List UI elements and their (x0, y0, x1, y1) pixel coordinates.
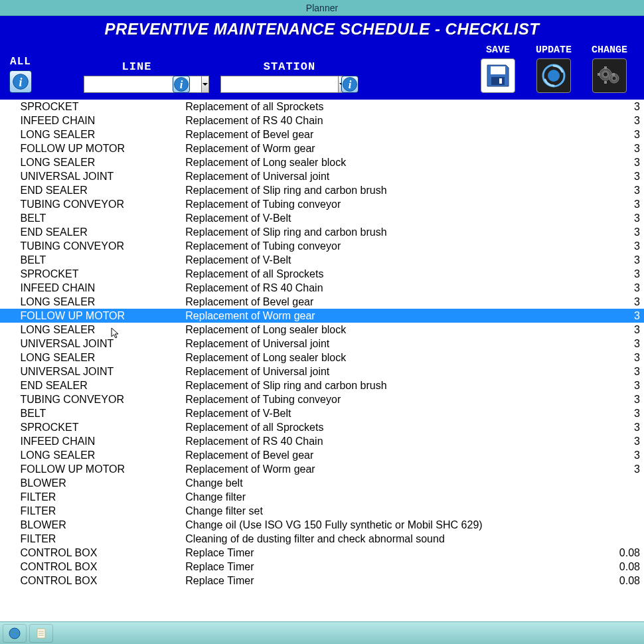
table-row[interactable]: BELTReplacement of V-Belt3 (0, 211, 644, 225)
update-button[interactable] (536, 58, 571, 93)
component-cell: SPROCKET (20, 100, 185, 114)
table-row[interactable]: CONTROL BOXReplace Timer0.08 (0, 546, 644, 560)
station-info-button[interactable]: i (341, 76, 359, 93)
table-row[interactable]: TUBING CONVEYORReplacement of Tubing con… (0, 197, 644, 211)
row-indent (0, 169, 20, 183)
task-cell: Replacement of V-Belt (185, 406, 610, 420)
table-row[interactable]: INFEED CHAINReplacement of RS 40 Chain3 (0, 114, 644, 127)
task-cell: Replacement of Slip ring and carbon brus… (185, 183, 610, 197)
toolbar: ALL i LINE i STATION (7, 41, 637, 93)
row-indent (0, 197, 20, 211)
component-cell: SPROCKET (20, 420, 185, 434)
table-row[interactable]: BLOWERChange belt (0, 476, 644, 490)
component-cell: LONG SEALER (20, 448, 185, 462)
value-cell: 3 (610, 100, 644, 114)
row-indent (0, 364, 20, 378)
row-indent (0, 490, 20, 504)
table-row[interactable]: FILTERChange filter set (0, 504, 644, 518)
component-cell: END SEALER (20, 183, 185, 197)
value-cell: 3 (610, 378, 644, 392)
component-cell: CONTROL BOX (20, 560, 185, 574)
table-row[interactable]: SPROCKETReplacement of all Sprockets3 (0, 100, 644, 114)
table-row[interactable]: LONG SEALERReplacement of Long sealer bl… (0, 323, 644, 337)
save-button[interactable] (481, 58, 515, 93)
all-info-button[interactable]: i (9, 70, 32, 93)
checklist-table[interactable]: SPROCKETReplacement of all Sprockets3INF… (0, 100, 644, 588)
task-cell: Replacement of V-Belt (185, 211, 610, 225)
value-cell: 3 (610, 392, 644, 406)
component-cell: INFEED CHAIN (20, 114, 185, 127)
table-row[interactable]: CONTROL BOXReplace Timer0.08 (0, 560, 644, 574)
table-row[interactable]: TUBING CONVEYORReplacement of Tubing con… (0, 392, 644, 406)
component-cell: UNIVERSAL JOINT (20, 169, 185, 183)
table-row[interactable]: END SEALERReplacement of Slip ring and c… (0, 183, 644, 197)
table-row[interactable]: CONTROL BOXReplace Timer0.08 (0, 574, 644, 588)
table-row[interactable]: BELTReplacement of V-Belt3 (0, 253, 644, 267)
component-cell: END SEALER (20, 225, 185, 239)
table-row[interactable]: FOLLOW UP MOTORReplacement of Worm gear3 (0, 462, 644, 476)
value-cell: 3 (610, 267, 644, 281)
row-indent (0, 295, 20, 309)
station-combobox[interactable] (220, 76, 339, 93)
table-row[interactable]: UNIVERSAL JOINTReplacement of Universal … (0, 337, 644, 351)
task-cell: Replacement of all Sprockets (185, 267, 610, 281)
table-row[interactable]: END SEALERReplacement of Slip ring and c… (0, 378, 644, 392)
component-cell: SPROCKET (20, 267, 185, 281)
component-cell: END SEALER (20, 378, 185, 392)
component-cell: TUBING CONVEYOR (20, 239, 185, 253)
row-indent (0, 434, 20, 448)
window-title: Planner (306, 3, 338, 13)
task-cell: Replacement of Universal joint (185, 364, 610, 378)
line-info-button[interactable]: i (173, 76, 190, 93)
component-cell: INFEED CHAIN (20, 434, 185, 448)
table-row[interactable]: FOLLOW UP MOTORReplacement of Worm gear3 (0, 141, 644, 155)
table-row[interactable]: LONG SEALERReplacement of Long sealer bl… (0, 351, 644, 364)
info-icon: i (12, 73, 29, 90)
component-cell: CONTROL BOX (20, 546, 185, 560)
table-row[interactable]: TUBING CONVEYORReplacement of Tubing con… (0, 239, 644, 253)
notepad-icon (35, 627, 48, 640)
table-row[interactable]: UNIVERSAL JOINTReplacement of Universal … (0, 364, 644, 378)
change-label: CHANGE (592, 44, 627, 56)
taskbar-item-notepad[interactable] (29, 624, 53, 643)
value-cell: 3 (610, 225, 644, 239)
table-row[interactable]: INFEED CHAINReplacement of RS 40 Chain3 (0, 281, 644, 295)
line-combobox[interactable] (84, 76, 170, 93)
table-row[interactable]: UNIVERSAL JOINTReplacement of Universal … (0, 169, 644, 183)
task-cell: Replacement of Slip ring and carbon brus… (185, 378, 610, 392)
row-indent (0, 155, 20, 169)
task-cell: Replacement of Long sealer block (185, 351, 610, 364)
update-label: UPDATE (536, 44, 572, 56)
taskbar-item-globe[interactable] (3, 624, 27, 643)
svg-text:i: i (19, 76, 23, 89)
row-indent (0, 141, 20, 155)
task-cell: Replacement of Tubing conveyor (185, 197, 610, 211)
table-row[interactable]: FOLLOW UP MOTORReplacement of Worm gear3 (0, 309, 644, 323)
value-cell: 0.08 (610, 574, 644, 588)
table-row[interactable]: LONG SEALERReplacement of Long sealer bl… (0, 155, 644, 169)
task-cell: Change oil (Use ISO VG 150 Fully synthet… (185, 518, 610, 532)
station-input[interactable] (220, 76, 338, 93)
table-row[interactable]: SPROCKETReplacement of all Sprockets3 (0, 420, 644, 434)
row-indent (0, 560, 20, 574)
table-row[interactable]: BELTReplacement of V-Belt3 (0, 406, 644, 420)
table-row[interactable]: SPROCKETReplacement of all Sprockets3 (0, 267, 644, 281)
table-row[interactable]: END SEALERReplacement of Slip ring and c… (0, 225, 644, 239)
task-cell: Replacement of Tubing conveyor (185, 392, 610, 406)
row-indent (0, 476, 20, 490)
task-cell: Replacement of V-Belt (185, 253, 610, 267)
component-cell: INFEED CHAIN (20, 281, 185, 295)
component-cell: FILTER (20, 504, 185, 518)
value-cell: 3 (610, 323, 644, 337)
table-row[interactable]: BLOWERChange oil (Use ISO VG 150 Fully s… (0, 518, 644, 532)
change-button[interactable] (592, 58, 627, 93)
table-row[interactable]: LONG SEALERReplacement of Bevel gear3 (0, 127, 644, 141)
table-row[interactable]: LONG SEALERReplacement of Bevel gear3 (0, 448, 644, 462)
checklist-grid[interactable]: SPROCKETReplacement of all Sprockets3INF… (0, 100, 644, 621)
component-cell: LONG SEALER (20, 323, 185, 337)
component-cell: BELT (20, 253, 185, 267)
table-row[interactable]: FILTERChange filter (0, 490, 644, 504)
table-row[interactable]: FILTERCleaning of de dusting filter and … (0, 532, 644, 546)
table-row[interactable]: LONG SEALERReplacement of Bevel gear3 (0, 295, 644, 309)
table-row[interactable]: INFEED CHAINReplacement of RS 40 Chain3 (0, 434, 644, 448)
